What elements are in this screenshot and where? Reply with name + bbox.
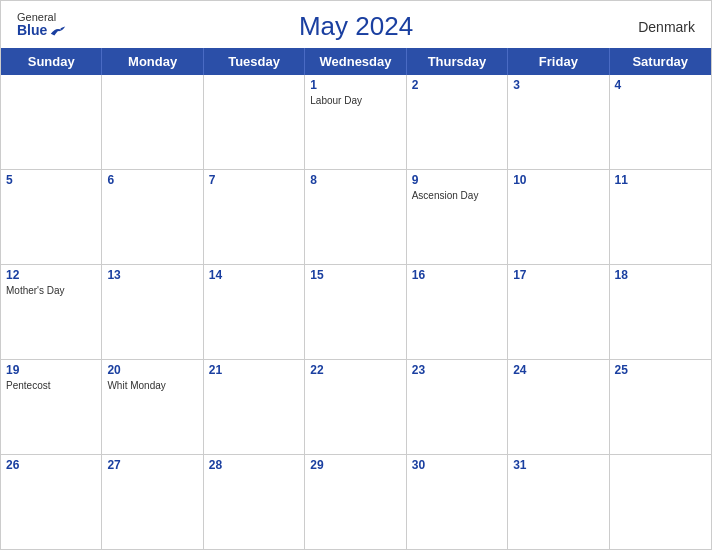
- day-number: 24: [513, 363, 603, 377]
- day-number: 28: [209, 458, 299, 472]
- day-number: 25: [615, 363, 706, 377]
- day-cell-4-1: 27: [102, 455, 203, 549]
- header-sunday: Sunday: [1, 48, 102, 75]
- day-cell-1-0: 5: [1, 170, 102, 264]
- day-event: Ascension Day: [412, 189, 502, 202]
- day-number: 17: [513, 268, 603, 282]
- day-cell-3-4: 23: [407, 360, 508, 454]
- weeks-container: 1Labour Day23456789Ascension Day101112Mo…: [1, 75, 711, 549]
- day-number: 10: [513, 173, 603, 187]
- day-cell-2-3: 15: [305, 265, 406, 359]
- country-label: Denmark: [638, 19, 695, 35]
- day-event: Labour Day: [310, 94, 400, 107]
- day-number: 20: [107, 363, 197, 377]
- day-number: 14: [209, 268, 299, 282]
- day-cell-0-5: 3: [508, 75, 609, 169]
- day-headers: Sunday Monday Tuesday Wednesday Thursday…: [1, 48, 711, 75]
- day-cell-3-1: 20Whit Monday: [102, 360, 203, 454]
- day-cell-0-2: [204, 75, 305, 169]
- day-number: 18: [615, 268, 706, 282]
- day-number: 21: [209, 363, 299, 377]
- day-number: 11: [615, 173, 706, 187]
- logo-bird-icon: [49, 24, 67, 38]
- day-number: 26: [6, 458, 96, 472]
- week-row-2: 56789Ascension Day1011: [1, 170, 711, 265]
- day-cell-3-3: 22: [305, 360, 406, 454]
- day-number: 16: [412, 268, 502, 282]
- day-cell-3-2: 21: [204, 360, 305, 454]
- day-cell-2-4: 16: [407, 265, 508, 359]
- day-cell-4-3: 29: [305, 455, 406, 549]
- calendar-grid: Sunday Monday Tuesday Wednesday Thursday…: [1, 48, 711, 549]
- logo-area: General Blue: [17, 11, 67, 38]
- calendar-header: General Blue May 2024 Denmark: [1, 1, 711, 48]
- day-cell-4-4: 30: [407, 455, 508, 549]
- day-cell-1-2: 7: [204, 170, 305, 264]
- day-number: 29: [310, 458, 400, 472]
- day-cell-1-6: 11: [610, 170, 711, 264]
- day-number: 6: [107, 173, 197, 187]
- day-cell-1-1: 6: [102, 170, 203, 264]
- header-friday: Friday: [508, 48, 609, 75]
- day-cell-4-0: 26: [1, 455, 102, 549]
- day-event: Pentecost: [6, 379, 96, 392]
- day-number: 12: [6, 268, 96, 282]
- day-number: 9: [412, 173, 502, 187]
- week-row-3: 12Mother's Day131415161718: [1, 265, 711, 360]
- day-event: Whit Monday: [107, 379, 197, 392]
- calendar-title: May 2024: [299, 11, 413, 42]
- day-cell-1-4: 9Ascension Day: [407, 170, 508, 264]
- day-cell-2-0: 12Mother's Day: [1, 265, 102, 359]
- day-cell-0-0: [1, 75, 102, 169]
- header-thursday: Thursday: [407, 48, 508, 75]
- header-saturday: Saturday: [610, 48, 711, 75]
- day-cell-3-6: 25: [610, 360, 711, 454]
- day-number: 19: [6, 363, 96, 377]
- header-wednesday: Wednesday: [305, 48, 406, 75]
- logo-blue-text: Blue: [17, 23, 67, 38]
- day-cell-0-4: 2: [407, 75, 508, 169]
- day-number: 30: [412, 458, 502, 472]
- day-cell-0-1: [102, 75, 203, 169]
- day-number: 15: [310, 268, 400, 282]
- day-number: 27: [107, 458, 197, 472]
- day-cell-2-2: 14: [204, 265, 305, 359]
- week-row-5: 262728293031: [1, 455, 711, 549]
- day-cell-1-5: 10: [508, 170, 609, 264]
- day-cell-4-2: 28: [204, 455, 305, 549]
- day-cell-2-6: 18: [610, 265, 711, 359]
- week-row-4: 19Pentecost20Whit Monday2122232425: [1, 360, 711, 455]
- header-monday: Monday: [102, 48, 203, 75]
- week-row-1: 1Labour Day234: [1, 75, 711, 170]
- day-cell-1-3: 8: [305, 170, 406, 264]
- day-event: Mother's Day: [6, 284, 96, 297]
- day-cell-4-6: [610, 455, 711, 549]
- day-number: 1: [310, 78, 400, 92]
- day-number: 7: [209, 173, 299, 187]
- day-number: 8: [310, 173, 400, 187]
- day-cell-4-5: 31: [508, 455, 609, 549]
- day-number: 22: [310, 363, 400, 377]
- day-cell-2-1: 13: [102, 265, 203, 359]
- day-cell-0-3: 1Labour Day: [305, 75, 406, 169]
- day-cell-0-6: 4: [610, 75, 711, 169]
- day-number: 4: [615, 78, 706, 92]
- day-number: 23: [412, 363, 502, 377]
- day-cell-2-5: 17: [508, 265, 609, 359]
- calendar-container: General Blue May 2024 Denmark Sunday Mon…: [0, 0, 712, 550]
- header-tuesday: Tuesday: [204, 48, 305, 75]
- day-number: 3: [513, 78, 603, 92]
- day-number: 31: [513, 458, 603, 472]
- day-number: 2: [412, 78, 502, 92]
- day-cell-3-0: 19Pentecost: [1, 360, 102, 454]
- day-cell-3-5: 24: [508, 360, 609, 454]
- day-number: 5: [6, 173, 96, 187]
- day-number: 13: [107, 268, 197, 282]
